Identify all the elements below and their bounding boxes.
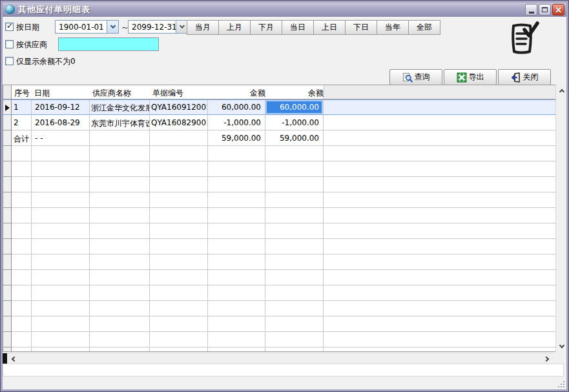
cell-date bbox=[32, 239, 90, 254]
cell-balance bbox=[265, 316, 324, 332]
cell-doc_no bbox=[150, 270, 208, 285]
cell-date[interactable]: 2016-08-29 bbox=[32, 115, 90, 130]
cell-supplier[interactable]: 东莞市川宇体育设 bbox=[90, 115, 150, 130]
quick-range-button-5[interactable]: 下日 bbox=[346, 21, 377, 34]
client-area: ✓ 按日期 1900-01-01 ~ 2099-12-31 当月上月下月当日上日… bbox=[3, 17, 566, 389]
action-bar: 查询 导出 关闭 bbox=[389, 69, 551, 85]
cell-balance[interactable]: 60,000.00 bbox=[265, 99, 324, 115]
cell-doc_no[interactable] bbox=[150, 130, 208, 146]
table-empty-row bbox=[3, 161, 563, 177]
date-to-dropdown-button[interactable] bbox=[176, 21, 187, 33]
current-row-indicator-icon bbox=[5, 105, 10, 111]
cell-doc_no bbox=[150, 146, 208, 161]
cell-date bbox=[32, 223, 90, 239]
by-date-checkbox[interactable]: ✓ bbox=[5, 23, 14, 31]
cell-supplier[interactable]: 浙江金华文化发展 bbox=[90, 99, 150, 115]
scroll-up-button[interactable] bbox=[556, 85, 566, 96]
column-header-5[interactable]: 余额 bbox=[265, 85, 324, 99]
cell-doc_no bbox=[150, 285, 208, 301]
cell-doc_no bbox=[150, 223, 208, 239]
quick-range-button-7[interactable]: 全部 bbox=[409, 21, 440, 34]
cell-amount bbox=[208, 332, 265, 347]
cell-amount bbox=[208, 177, 265, 192]
by-supplier-checkbox[interactable]: ✓ bbox=[5, 40, 14, 48]
only-nonzero-label: 仅显示余额不为0 bbox=[16, 56, 76, 67]
cell-amount[interactable]: -1,000.00 bbox=[208, 115, 265, 130]
row-filler bbox=[324, 208, 563, 223]
row-gutter[interactable] bbox=[3, 115, 12, 130]
cell-date[interactable]: - - bbox=[32, 130, 90, 146]
search-doc-icon bbox=[402, 72, 413, 83]
cell-amount[interactable]: 60,000.00 bbox=[208, 99, 265, 115]
table-empty-row bbox=[3, 285, 563, 301]
table-row[interactable]: 22016-08-29东莞市川宇体育设QYA160829001-1,000.00… bbox=[3, 115, 563, 130]
cell-balance[interactable]: 59,000.00 bbox=[265, 130, 324, 146]
cell-doc_no[interactable]: QYA160829001 bbox=[150, 115, 208, 130]
quick-range-button-6[interactable]: 当年 bbox=[377, 21, 408, 34]
scroll-down-button[interactable] bbox=[556, 341, 566, 352]
horizontal-scroll-thumb[interactable] bbox=[3, 353, 7, 364]
table-empty-row bbox=[3, 301, 563, 316]
only-nonzero-checkbox[interactable]: ✓ bbox=[5, 57, 14, 65]
cell-amount[interactable]: 59,000.00 bbox=[208, 130, 265, 146]
horizontal-scrollbar[interactable] bbox=[3, 353, 553, 364]
row-gutter bbox=[3, 301, 12, 316]
date-from-dropdown-button[interactable] bbox=[107, 21, 118, 33]
cell-seq[interactable]: 合计 bbox=[12, 130, 32, 146]
column-header-3[interactable]: 单据编号 bbox=[150, 85, 208, 99]
column-header-1[interactable]: 日期 bbox=[32, 85, 90, 99]
export-button[interactable]: 导出 bbox=[444, 69, 497, 85]
status-strip bbox=[3, 364, 564, 377]
cell-date bbox=[32, 332, 90, 347]
row-gutter[interactable] bbox=[3, 130, 12, 146]
cell-balance bbox=[265, 239, 324, 254]
resize-grip[interactable] bbox=[556, 379, 565, 388]
cell-supplier[interactable] bbox=[90, 130, 150, 146]
table-empty-row bbox=[3, 192, 563, 208]
quick-range-button-0[interactable]: 当月 bbox=[187, 21, 218, 34]
cell-date[interactable]: 2016-09-12 bbox=[32, 99, 90, 115]
by-date-label: 按日期 bbox=[16, 22, 39, 33]
close-icon: × bbox=[555, 5, 563, 14]
quick-range-button-4[interactable]: 上日 bbox=[314, 21, 345, 34]
cell-doc_no bbox=[150, 332, 208, 347]
column-header-0[interactable]: 序号 bbox=[12, 85, 32, 99]
query-button[interactable]: 查询 bbox=[389, 69, 442, 85]
close-window-button-label: 关闭 bbox=[523, 72, 539, 83]
header-filler bbox=[324, 85, 563, 99]
column-header-2[interactable]: 供应商名称 bbox=[90, 85, 150, 99]
cell-doc_no bbox=[150, 254, 208, 270]
cell-balance[interactable]: -1,000.00 bbox=[265, 115, 324, 130]
row-gutter[interactable] bbox=[3, 99, 12, 115]
minimize-button[interactable] bbox=[525, 4, 537, 15]
vertical-scrollbar[interactable] bbox=[555, 85, 566, 352]
close-window-button[interactable]: 关闭 bbox=[498, 69, 551, 85]
cell-seq bbox=[12, 146, 32, 161]
table-row[interactable]: 12016-09-12浙江金华文化发展QYA16091200160,000.00… bbox=[3, 99, 563, 115]
scroll-left-button[interactable] bbox=[8, 353, 19, 364]
cell-date bbox=[32, 161, 90, 177]
cell-amount bbox=[208, 223, 265, 239]
cell-doc_no bbox=[150, 301, 208, 316]
date-from-combo[interactable]: 1900-01-01 bbox=[55, 20, 119, 34]
row-gutter bbox=[3, 316, 12, 332]
quick-range-button-2[interactable]: 下月 bbox=[251, 21, 282, 34]
app-window: 其他应付单明细表 × ✓ 按日期 1900-01-01 ~ 2099-12-31… bbox=[0, 0, 569, 392]
app-orb-icon bbox=[5, 5, 15, 14]
quick-range-button-3[interactable]: 当日 bbox=[282, 21, 313, 34]
table-total-row[interactable]: 合计- -59,000.0059,000.00 bbox=[3, 130, 563, 146]
cell-seq bbox=[12, 223, 32, 239]
column-header-4[interactable]: 金额 bbox=[208, 85, 265, 99]
cell-doc_no[interactable]: QYA160912001 bbox=[150, 99, 208, 115]
supplier-input[interactable] bbox=[58, 37, 159, 51]
cell-seq[interactable]: 2 bbox=[12, 115, 32, 130]
date-to-combo[interactable]: 2099-12-31 bbox=[128, 20, 188, 34]
quick-range-button-1[interactable]: 上月 bbox=[219, 21, 250, 34]
cell-balance bbox=[265, 347, 324, 352]
close-button[interactable]: × bbox=[552, 4, 564, 15]
cell-balance bbox=[265, 254, 324, 270]
cell-seq[interactable]: 1 bbox=[12, 99, 32, 115]
maximize-button[interactable] bbox=[539, 4, 551, 15]
cell-doc_no bbox=[150, 316, 208, 332]
scroll-right-button[interactable] bbox=[542, 353, 553, 364]
